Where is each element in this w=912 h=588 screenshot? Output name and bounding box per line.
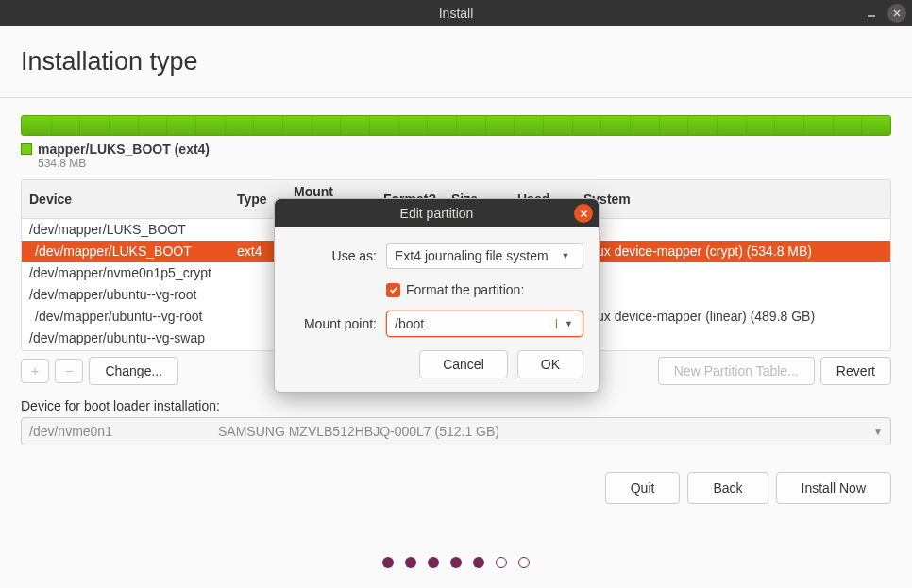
partition-color-swatch <box>21 143 32 155</box>
bootloader-label: Device for boot loader installation: <box>21 398 891 413</box>
dialog-cancel-button[interactable]: Cancel <box>419 350 508 378</box>
pager-dot <box>473 557 484 568</box>
cell-device: /dev/mapper/ubuntu--vg-root <box>22 284 229 306</box>
pager-dot <box>382 557 394 568</box>
chevron-down-icon: ▼ <box>556 319 575 328</box>
bootloader-device-dropdown[interactable]: /dev/nvme0n1 SAMSUNG MZVLB512HBJQ-000L7 … <box>21 417 891 445</box>
bootloader-model: SAMSUNG MZVLB512HBJQ-000L7 (512.1 GB) <box>218 424 499 439</box>
remove-partition-button[interactable]: − <box>55 359 83 383</box>
step-pager <box>21 557 891 568</box>
page-title: Installation type <box>21 47 891 76</box>
close-icon[interactable] <box>887 4 906 23</box>
use-as-dropdown[interactable]: Ext4 journaling file system ▼ <box>386 243 583 269</box>
format-checkbox[interactable] <box>386 283 400 297</box>
chevron-down-icon: ▼ <box>873 427 883 437</box>
cell-device: /dev/mapper/ubuntu--vg-swap <box>22 328 229 349</box>
change-partition-button[interactable]: Change... <box>89 357 178 385</box>
add-partition-button[interactable]: + <box>21 359 49 383</box>
use-as-value: Ext4 journaling file system <box>395 248 549 263</box>
disk-allocation-bar[interactable] <box>21 115 891 136</box>
cell-device: /dev/mapper/ubuntu--vg-root <box>22 306 229 328</box>
dialog-titlebar: Edit partition <box>275 199 599 227</box>
cell-system: linux device-mapper (linear) (489.8 GB) <box>576 306 890 328</box>
edit-partition-dialog: Edit partition Use as: Ext4 journaling f… <box>274 198 600 393</box>
mount-point-value: /boot <box>395 316 424 331</box>
window-titlebar: Install <box>0 0 912 26</box>
pager-dot <box>496 557 507 568</box>
chevron-down-icon: ▼ <box>556 251 575 260</box>
partition-size: 534.8 MB <box>38 157 891 170</box>
pager-dot <box>405 557 416 568</box>
col-system: System <box>576 180 890 219</box>
cell-system <box>576 219 890 241</box>
quit-button[interactable]: Quit <box>605 472 681 504</box>
dialog-title: Edit partition <box>400 206 474 221</box>
cell-system <box>576 328 890 349</box>
use-as-label: Use as: <box>290 248 377 263</box>
cell-device: /dev/mapper/ubuntu--vg-swap <box>22 349 229 352</box>
window-title: Install <box>439 6 474 21</box>
dialog-close-icon[interactable] <box>574 204 593 223</box>
dialog-ok-button[interactable]: OK <box>517 350 583 378</box>
minimize-icon[interactable] <box>863 5 880 22</box>
install-now-button[interactable]: Install Now <box>776 472 891 504</box>
pager-dot <box>428 557 439 568</box>
cell-device: /dev/mapper/nvme0n1p5_crypt <box>22 262 229 284</box>
back-button[interactable]: Back <box>687 472 768 504</box>
cell-system: linux device-mapper (crypt) (534.8 MB) <box>576 241 890 262</box>
revert-button[interactable]: Revert <box>820 357 891 385</box>
mount-point-label: Mount point: <box>290 316 377 331</box>
bootloader-device: /dev/nvme0n1 <box>29 424 218 439</box>
cell-system <box>576 262 890 284</box>
mount-point-combobox[interactable]: /boot ▼ <box>386 311 583 337</box>
format-label: Format the partition: <box>406 282 524 297</box>
cell-device: /dev/mapper/LUKS_BOOT <box>22 219 229 241</box>
cell-system: linux device-mapper (linear) (21.5 GB) <box>576 349 890 352</box>
partition-name: mapper/LUKS_BOOT (ext4) <box>38 142 210 157</box>
pager-dot <box>518 557 530 568</box>
cell-device: /dev/mapper/LUKS_BOOT <box>22 241 229 262</box>
cell-system <box>576 284 890 306</box>
new-partition-table-button[interactable]: New Partition Table... <box>658 357 815 385</box>
col-device: Device <box>22 180 229 219</box>
pager-dot <box>450 557 462 568</box>
